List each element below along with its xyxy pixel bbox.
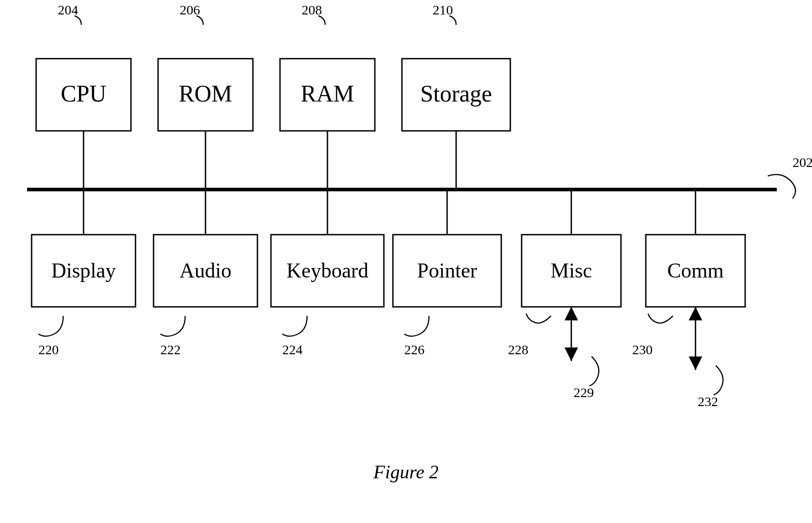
cpu-label: CPU <box>61 81 106 106</box>
ref-230: 230 <box>632 342 653 357</box>
misc-arrow-down <box>565 347 578 361</box>
ref-204: 204 <box>58 2 78 17</box>
comm-label: Comm <box>667 259 723 282</box>
ref-226: 226 <box>404 342 425 357</box>
ref-210: 210 <box>433 2 453 17</box>
misc-label: Misc <box>551 259 592 282</box>
ram-label: RAM <box>301 81 354 106</box>
display-label: Display <box>51 259 116 282</box>
ref-232: 232 <box>698 394 718 409</box>
ref-206: 206 <box>180 2 200 17</box>
ref-224: 224 <box>282 342 303 357</box>
ref-228: 228 <box>508 342 528 357</box>
ref-229: 229 <box>574 385 594 400</box>
rom-label: ROM <box>179 81 232 106</box>
figure-label: Figure 2 <box>373 462 439 482</box>
diagram-container: 202 204 CPU 206 ROM 208 RAM 210 Storage <box>0 0 812 523</box>
storage-label: Storage <box>420 81 492 106</box>
pointer-label: Pointer <box>417 259 477 282</box>
keyboard-label: Keyboard <box>286 259 368 282</box>
ref-222: 222 <box>160 342 181 357</box>
audio-label: Audio <box>180 259 232 282</box>
comm-arrow-down <box>689 356 702 370</box>
ref-208: 208 <box>302 2 322 17</box>
ref-220: 220 <box>38 342 59 357</box>
comm-arrow-up <box>689 307 702 320</box>
misc-arrow-up <box>565 307 578 320</box>
ref-202: 202 <box>793 155 812 170</box>
